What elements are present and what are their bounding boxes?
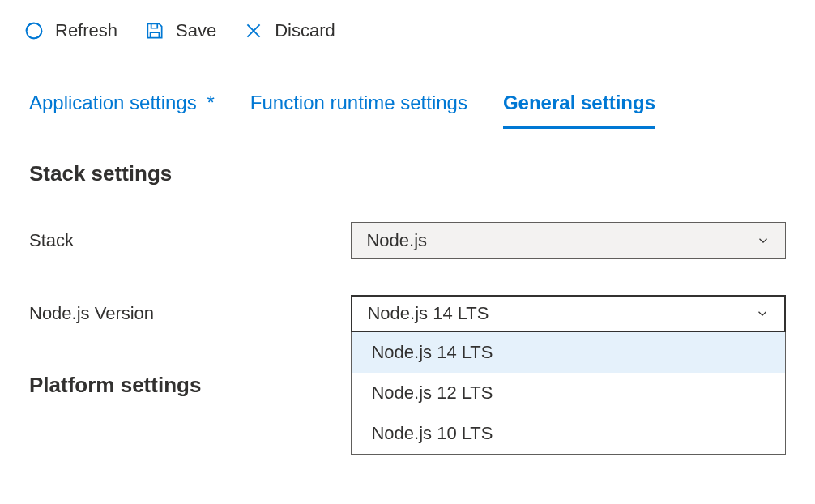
option-nodejs-12[interactable]: Node.js 12 LTS	[352, 373, 785, 413]
nodejs-version-value: Node.js 14 LTS	[367, 303, 489, 324]
stack-row: Stack Node.js	[29, 222, 786, 259]
discard-button[interactable]: Discard	[242, 19, 335, 42]
close-icon	[242, 19, 265, 42]
tab-label: General settings	[503, 92, 655, 113]
discard-label: Discard	[275, 20, 335, 41]
tabs: Application settings * Function runtime …	[0, 62, 815, 129]
refresh-label: Refresh	[55, 20, 117, 41]
save-icon	[143, 19, 166, 42]
stack-value: Node.js	[366, 230, 427, 251]
save-button[interactable]: Save	[143, 19, 216, 42]
tab-function-runtime-settings[interactable]: Function runtime settings	[250, 92, 467, 129]
tab-general-settings[interactable]: General settings	[503, 92, 655, 129]
chevron-down-icon	[756, 233, 770, 248]
refresh-icon	[23, 19, 45, 42]
stack-dropdown[interactable]: Node.js	[351, 222, 786, 259]
nodejs-version-dropdown[interactable]: Node.js 14 LTS Node.js 14 LTS Node.js 12…	[351, 295, 786, 332]
toolbar: Refresh Save Discard	[0, 0, 815, 62]
content: Stack settings Stack Node.js Node.js Ver…	[0, 129, 815, 466]
refresh-button[interactable]: Refresh	[23, 19, 117, 42]
stack-label: Stack	[29, 230, 351, 251]
stack-dropdown-box[interactable]: Node.js	[351, 222, 786, 259]
stack-settings-title: Stack settings	[29, 161, 786, 186]
tab-label: Application settings	[29, 92, 197, 113]
dirty-indicator-icon: *	[207, 92, 214, 113]
chevron-down-icon	[755, 306, 770, 321]
option-nodejs-10[interactable]: Node.js 10 LTS	[352, 413, 785, 454]
nodejs-version-label: Node.js Version	[29, 303, 351, 324]
nodejs-version-row: Node.js Version Node.js 14 LTS Node.js 1…	[29, 295, 786, 332]
save-label: Save	[176, 20, 216, 41]
nodejs-version-options: Node.js 14 LTS Node.js 12 LTS Node.js 10…	[351, 332, 786, 455]
tab-application-settings[interactable]: Application settings *	[29, 92, 215, 129]
option-nodejs-14[interactable]: Node.js 14 LTS	[352, 332, 785, 373]
nodejs-version-dropdown-box[interactable]: Node.js 14 LTS	[351, 295, 786, 332]
tab-label: Function runtime settings	[250, 92, 467, 113]
